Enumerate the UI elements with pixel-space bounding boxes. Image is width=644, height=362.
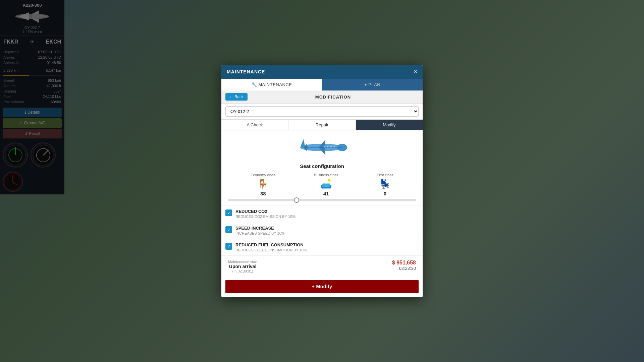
seat-config-title: Seat configuration	[221, 163, 423, 169]
tab-repair[interactable]: Repair	[288, 120, 356, 130]
plane-display	[221, 130, 423, 163]
check-icon: ✓	[227, 210, 231, 216]
seat-slider-row	[221, 199, 423, 201]
modal-header: MAINTENANCE ×	[221, 65, 423, 79]
seat-slider-thumb[interactable]	[294, 197, 299, 203]
reduced-co2-desc: REDUCES CO2 EMISSION BY 10%	[235, 215, 296, 219]
maintenance-modal: MAINTENANCE × 🔧 MAINTENANCE + PLAN ← Bac…	[221, 65, 423, 297]
svg-rect-25	[305, 147, 342, 148]
cost-row: Maintenance start Upon arrival (In 02:39…	[221, 255, 423, 277]
economy-icon: 🪑	[251, 178, 275, 189]
economy-count: 38	[251, 191, 275, 196]
sub-header: ← Back MODIFICATION	[221, 90, 423, 104]
inner-tabs: A Check Repair Modify	[221, 120, 423, 130]
tab-acheck[interactable]: A Check	[221, 120, 288, 130]
speed-increase-item: ✓ SPEED INCREASE INCREASES SPEED BY 10%	[225, 222, 419, 239]
cost-amount: $ 951,658	[392, 260, 416, 266]
plane-illustration	[295, 136, 349, 159]
reduced-co2-title: REDUCED CO2	[235, 209, 296, 214]
speed-increase-title: SPEED INCREASE	[235, 226, 285, 231]
modifications-section: ✓ REDUCED CO2 REDUCES CO2 EMISSION BY 10…	[221, 205, 423, 255]
cost-time: 03:23:30	[392, 266, 416, 271]
reduced-fuel-desc: REDUCES FUEL CONSUMPTION BY 10%	[235, 248, 307, 252]
business-class: Business class 🛋️ 41	[314, 173, 338, 196]
aircraft-selector-row: OY-012-2	[221, 104, 423, 120]
modal-overlay: MAINTENANCE × 🔧 MAINTENANCE + PLAN ← Bac…	[0, 0, 644, 362]
tab-maintenance[interactable]: 🔧 MAINTENANCE	[221, 79, 322, 90]
tab-plan[interactable]: + PLAN	[322, 79, 423, 90]
reduced-co2-text: REDUCED CO2 REDUCES CO2 EMISSION BY 10%	[235, 209, 296, 219]
section-title: MODIFICATION	[248, 95, 419, 100]
speed-increase-desc: INCREASES SPEED BY 10%	[235, 231, 285, 235]
modal-tabs: 🔧 MAINTENANCE + PLAN	[221, 79, 423, 90]
back-button[interactable]: ← Back	[225, 93, 248, 101]
reduced-co2-checkbox[interactable]: ✓	[225, 209, 232, 216]
aircraft-selector[interactable]: OY-012-2	[225, 106, 419, 117]
modal-title: MAINTENANCE	[227, 69, 265, 74]
seat-classes: Economy class 🪑 38 Business class 🛋️ 41 …	[221, 173, 423, 196]
business-icon: 🛋️	[314, 178, 338, 189]
reduced-fuel-checkbox[interactable]: ✓	[225, 243, 232, 250]
tab-modify[interactable]: Modify	[356, 120, 423, 130]
cost-info: $ 951,658 03:23:30	[392, 260, 416, 271]
reduced-fuel-title: REDUCED FUEL CONSUMPTION	[235, 242, 307, 247]
modify-button[interactable]: + Modify	[225, 280, 419, 293]
maint-start-sub: (In 02:39:01)	[228, 269, 257, 273]
first-label: First class	[377, 173, 393, 177]
business-label: Business class	[314, 173, 338, 177]
maint-start-info: Maintenance start Upon arrival (In 02:39…	[228, 260, 257, 273]
economy-class: Economy class 🪑 38	[251, 173, 275, 196]
modal-close-button[interactable]: ×	[414, 69, 417, 75]
maint-start-label: Maintenance start	[228, 260, 257, 264]
check-icon-2: ✓	[227, 227, 231, 232]
reduced-fuel-item: ✓ REDUCED FUEL CONSUMPTION REDUCES FUEL …	[225, 239, 419, 255]
economy-label: Economy class	[251, 173, 275, 177]
first-count: 0	[377, 191, 393, 196]
maint-start-value: Upon arrival	[228, 264, 257, 269]
check-icon-3: ✓	[227, 244, 231, 249]
seat-slider-track	[228, 199, 416, 201]
first-class: First class 💺 0	[377, 173, 393, 196]
business-count: 41	[314, 191, 338, 196]
svg-marker-16	[300, 139, 305, 147]
reduced-co2-item: ✓ REDUCED CO2 REDUCES CO2 EMISSION BY 10…	[225, 205, 419, 222]
speed-increase-checkbox[interactable]: ✓	[225, 226, 232, 233]
reduced-fuel-text: REDUCED FUEL CONSUMPTION REDUCES FUEL CO…	[235, 242, 307, 252]
first-icon: 💺	[377, 178, 393, 189]
speed-increase-text: SPEED INCREASE INCREASES SPEED BY 10%	[235, 226, 285, 235]
